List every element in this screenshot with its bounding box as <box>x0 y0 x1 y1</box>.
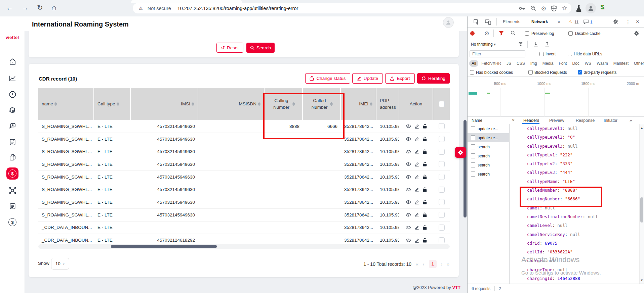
select-all-checkbox[interactable] <box>439 101 445 107</box>
type-filter-chip[interactable]: CSS <box>514 60 527 67</box>
type-filter-chip[interactable]: Img <box>528 60 539 67</box>
row-checkbox[interactable] <box>439 149 445 155</box>
row-checkbox[interactable] <box>439 123 445 129</box>
col-header-select-all[interactable] <box>433 88 450 120</box>
type-filter-chip[interactable]: Fetch/XHR <box>479 60 504 67</box>
payload-line[interactable]: camelDestinationNumber: null <box>510 212 639 221</box>
view-eye-icon[interactable] <box>406 200 411 204</box>
view-eye-icon[interactable] <box>406 175 411 179</box>
request-row[interactable]: search <box>468 142 509 151</box>
vertical-scrollbar-thumb[interactable] <box>464 120 467 217</box>
row-checkbox[interactable] <box>439 174 445 180</box>
horizontal-scrollbar-thumb[interactable] <box>111 245 217 248</box>
row-checkbox[interactable] <box>439 237 445 243</box>
sort-icon[interactable] <box>192 102 194 106</box>
blocked-requests-checkbox[interactable] <box>528 70 533 75</box>
col-header-imsi[interactable]: IMSI <box>131 88 198 120</box>
tab-preview[interactable]: Preview <box>549 118 564 123</box>
kebab-menu-icon[interactable]: ⋮ <box>626 19 631 25</box>
back-icon[interactable]: ← <box>6 4 13 11</box>
network-settings-gear-icon[interactable] <box>634 31 639 36</box>
type-filter-chip[interactable]: JS <box>504 60 514 67</box>
type-filter-chip[interactable]: Wasm <box>594 60 610 67</box>
row-checkbox[interactable] <box>439 187 445 193</box>
console-messages-icon[interactable] <box>583 19 589 24</box>
requests-name-header[interactable]: Name <box>472 118 482 123</box>
sidebar-item-records[interactable] <box>6 200 18 212</box>
payload-line[interactable]: camelServiceKey: null <box>510 230 639 239</box>
scroll-down-icon[interactable]: ▼ <box>640 279 643 282</box>
last-page-button[interactable]: » <box>447 261 449 267</box>
view-eye-icon[interactable] <box>406 226 411 230</box>
payload-line[interactable]: callTypeLevel1: null <box>510 124 639 133</box>
preserve-log-checkbox[interactable] <box>525 31 529 36</box>
payload-line[interactable]: callTypeLevel2: "0" <box>510 133 639 142</box>
payload-line[interactable]: callTypeLv2: "333" <box>510 159 639 168</box>
invert-checkbox[interactable] <box>539 52 544 56</box>
request-row[interactable]: search <box>468 160 509 169</box>
edit-pencil-icon[interactable] <box>415 238 419 243</box>
settings-fab-button[interactable] <box>455 147 466 158</box>
third-party-requests-checkbox[interactable]: ✓ <box>578 70 582 75</box>
cell-select[interactable] <box>433 196 450 208</box>
sort-icon[interactable] <box>117 102 119 106</box>
type-filter-chip[interactable]: WS <box>582 60 594 67</box>
edit-pencil-icon[interactable] <box>415 124 419 129</box>
payload-line[interactable]: callingNumber: "6666" <box>510 195 639 203</box>
type-filter-chip[interactable]: All <box>469 60 478 67</box>
cell-select[interactable] <box>433 133 450 145</box>
browser-tab[interactable] <box>131 0 242 3</box>
col-header-call-type[interactable]: Call type <box>94 88 131 120</box>
lock-icon[interactable] <box>423 162 427 166</box>
type-filter-chip[interactable]: Other <box>632 60 644 67</box>
message-count[interactable]: 1 <box>590 20 593 25</box>
sort-icon[interactable] <box>292 102 295 106</box>
type-filter-chip[interactable]: Font <box>556 60 569 67</box>
warning-count[interactable]: 11 <box>574 20 578 25</box>
table-row[interactable]: S_ROAMING_SGWHL... E - LTE 4570321459496… <box>38 120 450 133</box>
view-eye-icon[interactable] <box>406 124 411 128</box>
url-bar[interactable]: ⚠ Not secure 10.207.252.135:8200/roaming… <box>133 3 571 13</box>
table-row[interactable]: _CDR_DATA_INBOUN... E - LTE 3528178642..… <box>38 222 450 234</box>
table-row[interactable]: S_ROAMING_SGWHL... E - LTE 4570321459496… <box>38 171 450 184</box>
more-tabs-icon[interactable]: » <box>558 19 560 25</box>
next-page-button[interactable]: › <box>441 261 443 267</box>
lock-icon[interactable] <box>423 175 427 179</box>
tab-response[interactable]: Response <box>576 118 595 123</box>
update-button[interactable]: Update <box>352 73 383 84</box>
sidebar-item-network[interactable] <box>6 184 18 196</box>
edit-pencil-icon[interactable] <box>415 200 419 204</box>
shield-icon[interactable] <box>551 5 557 11</box>
row-checkbox[interactable] <box>439 225 445 231</box>
view-eye-icon[interactable] <box>406 238 411 242</box>
sidebar-item-reports[interactable] <box>6 72 18 84</box>
change-status-button[interactable]: Change status <box>305 73 350 84</box>
lock-icon[interactable] <box>423 225 427 230</box>
tab-initiator[interactable]: Initiator <box>604 118 617 123</box>
sort-icon[interactable] <box>370 102 372 106</box>
url-text[interactable]: 10.207.252.135:8200/roaming-app/utilitie… <box>177 6 298 11</box>
reset-button[interactable]: ↺ Reset <box>216 43 243 53</box>
type-filter-chip[interactable]: Manifest <box>611 60 631 67</box>
rerating-button[interactable]: Rerating <box>417 73 450 84</box>
filter-funnel-icon[interactable] <box>499 31 504 36</box>
search-button[interactable]: Search <box>246 43 275 53</box>
block-icon[interactable]: ⊘ <box>541 5 546 12</box>
lock-icon[interactable] <box>423 212 427 217</box>
view-eye-icon[interactable] <box>406 137 411 141</box>
has-blocked-cookies-checkbox[interactable] <box>470 70 474 75</box>
bookmark-star-icon[interactable]: ☆ <box>562 4 567 12</box>
payload-line[interactable]: camelLevel: null <box>510 221 639 230</box>
cell-select[interactable] <box>433 145 450 158</box>
sidebar-item-system[interactable] <box>6 104 18 116</box>
col-header-name[interactable]: name <box>38 88 94 120</box>
payload-line[interactable]: callTypeName: "LTE" <box>510 177 639 186</box>
sidebar-item-billing[interactable]: $ <box>6 167 18 180</box>
prev-page-button[interactable]: ‹ <box>423 261 425 267</box>
tab-elements[interactable]: Elements <box>503 19 520 24</box>
payload-line[interactable]: calledNumber: "8888" <box>510 186 639 195</box>
table-row[interactable]: S_ROAMING_SGWHL... E - LTE 4570321459496… <box>38 145 450 158</box>
inspect-icon[interactable] <box>474 19 479 25</box>
cell-select[interactable] <box>433 222 450 234</box>
import-har-icon[interactable] <box>533 42 538 47</box>
